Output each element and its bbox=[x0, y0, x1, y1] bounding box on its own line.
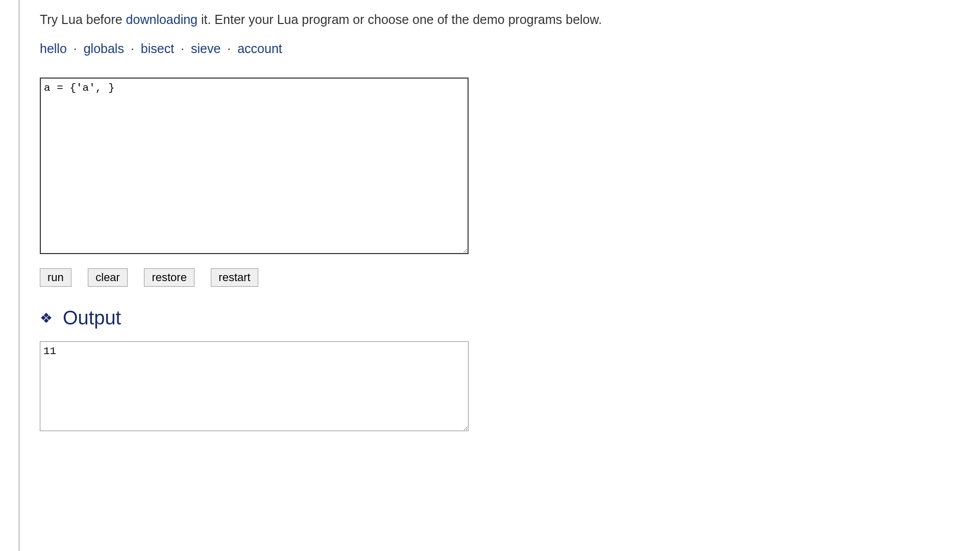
output-header: ❖ Output bbox=[40, 307, 980, 329]
separator: · bbox=[74, 41, 77, 56]
clear-button[interactable]: clear bbox=[88, 268, 128, 287]
demo-links: hello · globals · bisect · sieve · accou… bbox=[40, 41, 980, 56]
demo-account[interactable]: account bbox=[237, 41, 282, 56]
demo-hello[interactable]: hello bbox=[40, 41, 67, 56]
demo-sieve[interactable]: sieve bbox=[191, 41, 220, 56]
demo-bisect[interactable]: bisect bbox=[141, 41, 174, 56]
run-button[interactable]: run bbox=[40, 268, 71, 287]
button-row: run clear restore restart bbox=[40, 268, 980, 287]
separator: · bbox=[227, 41, 231, 56]
output-area[interactable] bbox=[40, 341, 469, 431]
left-border bbox=[18, 0, 20, 431]
intro-text: Try Lua before downloading it. Enter you… bbox=[40, 12, 980, 27]
intro-suffix: it. Enter your Lua program or choose one… bbox=[198, 12, 602, 27]
restore-button[interactable]: restore bbox=[144, 268, 194, 287]
output-title: Output bbox=[63, 307, 121, 329]
code-input[interactable] bbox=[40, 78, 469, 254]
main-content: Try Lua before downloading it. Enter you… bbox=[40, 0, 980, 431]
output-icon: ❖ bbox=[40, 310, 53, 327]
demo-globals[interactable]: globals bbox=[84, 41, 124, 56]
restart-button[interactable]: restart bbox=[211, 268, 258, 287]
separator: · bbox=[181, 41, 184, 56]
separator: · bbox=[131, 41, 134, 56]
downloading-link[interactable]: downloading bbox=[126, 12, 198, 27]
intro-prefix: Try Lua before bbox=[40, 12, 126, 27]
